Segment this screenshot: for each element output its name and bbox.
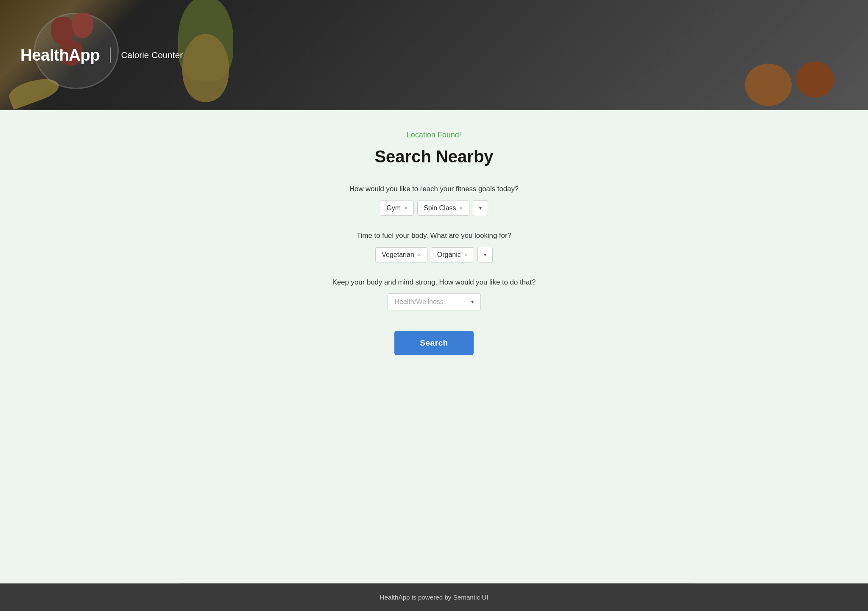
page-title: Search Nearby [374,147,493,166]
main-content: Location Found! Search Nearby How would … [0,110,868,575]
food-dropdown-arrow-icon: ▾ [484,252,486,258]
search-button[interactable]: Search [394,331,473,355]
header-divider [110,47,111,63]
tag-vegetarian-close-icon[interactable]: × [418,252,421,258]
fitness-section: How would you like to reach your fitness… [282,185,587,216]
tag-vegetarian-label: Vegetarian [382,251,414,259]
footer-text: HealthApp is powered by Semantic UI [380,594,488,601]
header-subtitle: Calorie Counter [121,50,183,60]
food-section: Time to fuel your body. What are you loo… [282,232,587,263]
hero-header: HealthApp Calorie Counter [0,0,868,110]
fitness-tag-row: Gym × Spin Class × ▾ [380,200,488,216]
fitness-dropdown-arrow-icon: ▾ [479,205,482,211]
tag-organic-close-icon[interactable]: × [464,252,468,258]
wellness-question: Keep your body and mind strong. How woul… [332,278,536,287]
wellness-dropdown-arrow-icon: ▾ [471,299,474,305]
food-dropdown-button[interactable]: ▾ [477,247,493,263]
wellness-section: Keep your body and mind strong. How woul… [282,278,587,310]
brand: HealthApp Calorie Counter [20,46,183,64]
tag-gym[interactable]: Gym × [380,201,414,216]
fitness-question: How would you like to reach your fitness… [349,185,519,193]
tag-gym-label: Gym [386,204,401,212]
food-question: Time to fuel your body. What are you loo… [357,232,511,240]
hero-content: HealthApp Calorie Counter [0,0,868,110]
wellness-dropdown-placeholder: Health/Wellness [395,298,444,306]
wellness-dropdown[interactable]: Health/Wellness ▾ [388,293,481,310]
tag-spin-class[interactable]: Spin Class × [417,201,469,216]
location-status: Location Found! [407,131,461,139]
footer: HealthApp is powered by Semantic UI [0,583,868,611]
fitness-dropdown-button[interactable]: ▾ [473,200,488,216]
tag-vegetarian[interactable]: Vegetarian × [375,247,427,262]
app-name: HealthApp [20,46,100,64]
tag-organic-label: Organic [437,251,461,259]
tag-gym-close-icon[interactable]: × [404,205,407,211]
tag-organic[interactable]: Organic × [431,247,474,262]
tag-spin-class-label: Spin Class [424,204,456,212]
food-tag-row: Vegetarian × Organic × ▾ [375,247,492,263]
tag-spin-class-close-icon[interactable]: × [460,205,463,211]
